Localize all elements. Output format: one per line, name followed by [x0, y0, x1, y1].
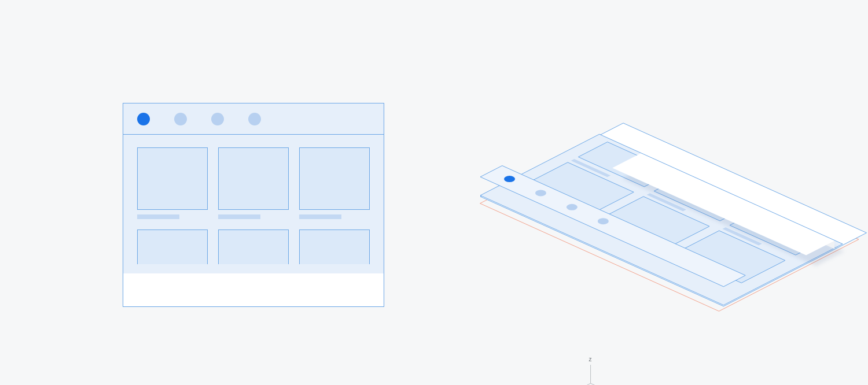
flat-body [123, 135, 384, 273]
flat-tabbar [123, 103, 384, 135]
flat-caption [218, 214, 260, 219]
flat-card [299, 147, 370, 219]
flat-browser-mockup [123, 103, 384, 307]
iso-tab-dot [598, 218, 609, 224]
tab-dot-2 [174, 113, 187, 125]
flat-card [299, 229, 370, 264]
tab-dot-4 [248, 113, 261, 125]
axis-label-z: z [589, 356, 592, 362]
flat-thumb [218, 147, 289, 210]
flat-caption [137, 214, 179, 219]
flat-thumb [137, 147, 208, 210]
isometric-browser-mockup: zxy [457, 69, 804, 370]
flat-thumb [299, 147, 370, 210]
iso-tab-dot-active [504, 176, 515, 182]
tab-dot-1-active [137, 113, 150, 125]
flat-thumb [218, 229, 289, 264]
flat-caption [299, 214, 341, 219]
flat-card [218, 147, 289, 219]
tab-dot-3 [211, 113, 224, 125]
flat-card [137, 229, 208, 264]
flat-card [137, 147, 208, 219]
iso-tab-dot [567, 204, 578, 210]
flat-thumb [299, 229, 370, 264]
iso-tab-dot [535, 190, 546, 196]
flat-thumb [137, 229, 208, 264]
flat-card [218, 229, 289, 264]
